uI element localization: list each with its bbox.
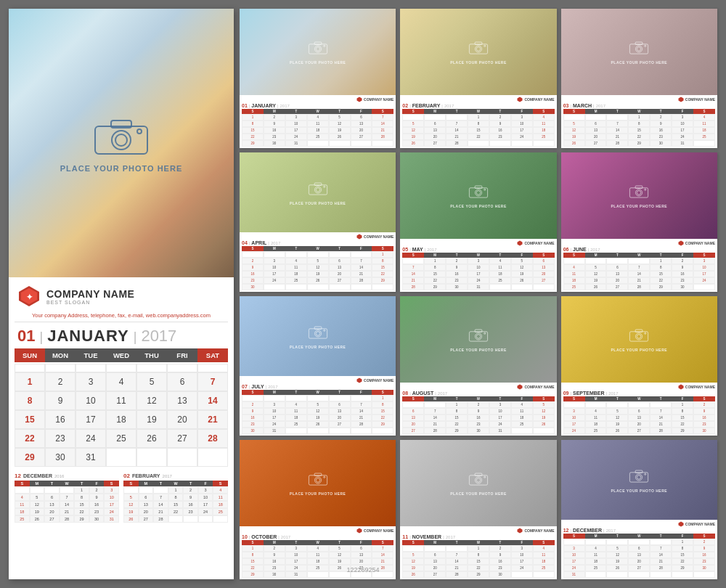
small-month-name: OCTOBER — [251, 534, 277, 539]
small-cal-grid: SMTWTFS123456789101112131415161718192021… — [402, 253, 554, 290]
small-cal-card: PLACE YOUR PHOTO HERE COMPANY NAME 05 | … — [400, 152, 556, 292]
small-cal-bottom: COMPANY NAME 02 | FEBRUARY | 2017 SMTWTF… — [400, 95, 556, 148]
cal-header-mon: MON — [45, 348, 76, 362]
photo-text-small: PLACE YOUR PHOTO HERE — [450, 491, 507, 496]
mini-cal-num: 02 — [123, 473, 130, 479]
right-grid: PLACE YOUR PHOTO HERE COMPANY NAME 01 | … — [240, 9, 717, 579]
svg-point-22 — [637, 47, 642, 52]
small-cal-grid: SMTWTFS123456789101112131415161718192021… — [242, 540, 393, 578]
small-cal-bottom: COMPANY NAME 08 | AUGUST | 2017 SMTWTFS1… — [400, 383, 556, 436]
company-section: ✦ COMPANY NAME BEST SLOGAN — [9, 277, 234, 311]
mini-cal-year: 2017 — [163, 474, 172, 478]
mini-cal-header: 12 DECEMBER 2016 — [15, 473, 119, 479]
cal-cell: 6 — [167, 372, 197, 391]
small-company-name: COMPANY NAME — [524, 241, 554, 245]
small-month-num: 06 — [563, 247, 569, 252]
small-cal-grid: SMTWTFS123456789101112131415161718192021… — [402, 540, 554, 578]
small-month-year: 2017 — [268, 385, 277, 389]
svg-point-15 — [475, 46, 481, 52]
photo-text-small: PLACE YOUR PHOTO HERE — [290, 491, 346, 496]
small-company-logo — [356, 97, 362, 102]
camera-icon-small — [308, 39, 328, 60]
svg-point-58 — [637, 335, 642, 339]
cal-cell — [197, 364, 228, 372]
cal-cell: 12 — [136, 391, 167, 410]
small-month-header: 03 | MARCH | 2017 — [563, 103, 715, 108]
cal-cell — [76, 364, 106, 372]
cal-cell — [167, 364, 197, 372]
small-photo: PLACE YOUR PHOTO HERE — [561, 440, 717, 520]
cal-cell: 5 — [136, 372, 167, 391]
small-cal-grid: SMTWTFS123456789101112131415161718192021… — [563, 396, 715, 434]
cal-cell: 26 — [136, 429, 167, 448]
svg-point-76 — [637, 475, 642, 479]
cal-header-row: SUN MON TUE WED THU FRI SAT — [15, 348, 228, 362]
svg-marker-73 — [518, 528, 523, 534]
small-company-row: COMPANY NAME — [402, 528, 554, 534]
small-company-logo — [356, 528, 362, 534]
small-month-num: 09 — [563, 391, 569, 396]
small-cal-card: PLACE YOUR PHOTO HERE COMPANY NAME 11 | … — [400, 440, 556, 579]
small-month-year: 2017 — [281, 535, 290, 539]
small-company-row: COMPANY NAME — [563, 97, 715, 102]
small-month-num: 08 — [402, 391, 408, 396]
small-cal-grid: SMTWTFS123456789101112131415161718192021… — [563, 253, 715, 290]
cal-row-5: 22 23 24 25 26 27 28 — [15, 429, 228, 448]
svg-point-63 — [314, 477, 321, 483]
svg-marker-49 — [357, 378, 362, 383]
small-month-year: 2017 — [596, 104, 605, 108]
photo-text-small: PLACE YOUR PHOTO HERE — [450, 204, 507, 208]
svg-text:✦: ✦ — [26, 293, 33, 301]
small-month-num: 07 — [242, 384, 248, 389]
svg-marker-19 — [518, 97, 523, 102]
cal-cell — [167, 448, 197, 467]
small-month-header: 09 | SEPTEMBER | 2017 — [563, 391, 715, 396]
small-company-logo — [517, 97, 523, 102]
svg-point-34 — [476, 191, 481, 195]
svg-point-48 — [323, 330, 325, 331]
main-container: PLACE YOUR PHOTO HERE ✦ COMPANY NAME BES… — [0, 0, 726, 588]
small-cal-grid: SMTWTFS123456789101112131415161718192021… — [242, 246, 393, 290]
camera-icon-small — [629, 467, 649, 489]
small-photo: PLACE YOUR PHOTO HERE — [561, 296, 717, 383]
photo-text-small: PLACE YOUR PHOTO HERE — [611, 60, 668, 65]
small-month-num: 03 — [563, 103, 569, 108]
small-photo: PLACE YOUR PHOTO HERE — [240, 9, 396, 95]
small-photo: PLACE YOUR PHOTO HERE — [561, 152, 717, 239]
small-company-name: COMPANY NAME — [524, 97, 554, 102]
cal-cell — [45, 364, 76, 372]
large-calendar: PLACE YOUR PHOTO HERE ✦ COMPANY NAME BES… — [9, 9, 234, 579]
small-company-row: COMPANY NAME — [242, 97, 393, 102]
camera-icon-small — [629, 183, 649, 204]
svg-point-45 — [314, 330, 321, 336]
svg-marker-55 — [518, 385, 523, 390]
calendar-grid: SUN MON TUE WED THU FRI SAT 1 2 — [9, 348, 234, 470]
svg-point-24 — [645, 45, 646, 46]
small-cal-bottom: COMPANY NAME 07 | JULY | 2017 SMTWTFS123… — [240, 376, 396, 436]
cal-row-3: 8 9 10 11 12 13 14 — [15, 391, 228, 410]
small-month-num: 04 — [242, 240, 248, 245]
svg-point-46 — [316, 331, 320, 335]
cal-header-sat: SAT — [197, 348, 228, 362]
small-month-year: 2017 — [271, 241, 280, 245]
small-company-name: COMPANY NAME — [364, 378, 393, 383]
small-month-name: MARCH — [573, 103, 592, 108]
camera-icon-small — [308, 470, 328, 491]
company-slogan: BEST SLOGAN — [46, 300, 134, 305]
small-month-year: 2017 — [438, 391, 447, 396]
mini-cal-name: DECEMBER — [23, 473, 52, 478]
small-company-row: COMPANY NAME — [563, 384, 715, 390]
small-month-header: 07 | JULY | 2017 — [242, 384, 393, 389]
company-logo: ✦ — [17, 285, 41, 308]
small-month-name: JANUARY — [251, 103, 276, 108]
small-cal-bottom: COMPANY NAME 01 | JANUARY | 2017 SMTWTFS… — [240, 95, 396, 148]
small-photo: PLACE YOUR PHOTO HERE — [400, 152, 556, 239]
svg-point-18 — [484, 45, 486, 46]
svg-point-60 — [645, 332, 646, 334]
small-month-header: 04 | APRIL | 2017 — [242, 240, 393, 245]
small-photo: PLACE YOUR PHOTO HERE — [240, 152, 396, 232]
svg-point-2 — [115, 134, 127, 146]
small-month-name: DECEMBER — [573, 528, 602, 533]
small-company-row: COMPANY NAME — [402, 240, 554, 246]
small-month-year: 2017 — [590, 248, 600, 252]
